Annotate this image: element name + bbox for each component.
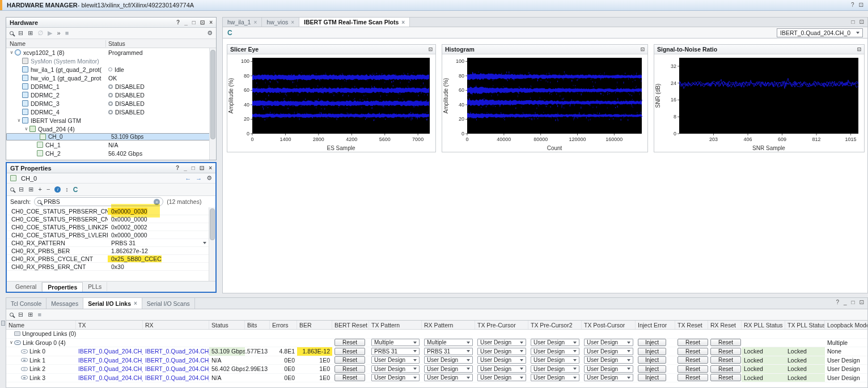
- tree-row-hw-ila-1-gt-quad-2-prot[interactable]: hw_ila_1 (gt_quad_2_prot(Idle: [6, 65, 216, 74]
- scrollbar-thumb[interactable]: [210, 208, 215, 240]
- refresh-icon[interactable]: C: [227, 29, 232, 37]
- channel-select[interactable]: IBERT_0.Quad_204.CH_0: [777, 28, 863, 37]
- column-header-rx-pll-status[interactable]: RX PLL Status: [742, 321, 785, 329]
- expand-icon[interactable]: ⊞: [28, 312, 33, 318]
- column-header-loopback-mode[interactable]: Loopback Mode: [825, 321, 868, 329]
- tx-pre-select[interactable]: User Design: [477, 365, 526, 373]
- max-icon[interactable]: □: [192, 20, 196, 25]
- tree-row-xcvp1202-1-8[interactable]: ∨xcvp1202_1 (8)Programmed: [6, 48, 216, 57]
- column-header-tx-pattern[interactable]: TX Pattern: [369, 321, 422, 329]
- inject-error-button[interactable]: Inject: [638, 348, 666, 355]
- column-header-bits[interactable]: Bits: [245, 321, 270, 329]
- expand-icon[interactable]: ⊞: [28, 186, 33, 193]
- tx-pre-select[interactable]: User Design: [477, 374, 526, 381]
- tx-pattern-select[interactable]: PRBS 31: [371, 348, 420, 355]
- tx-pre2-select[interactable]: User Design: [531, 365, 579, 373]
- links-row-link-group-0-4[interactable]: ∨Link Group 0 (4)ResetMultipleMultipleUs…: [6, 339, 867, 348]
- expander-icon[interactable]: ∨: [9, 340, 14, 345]
- column-header-inject-error[interactable]: Inject Error: [636, 321, 675, 329]
- tree-row-ddrmc-1[interactable]: DDRMC_1DISABLED: [6, 82, 216, 91]
- property-row-ch0-rx-pattern[interactable]: CH0_RX_PATTERNPRBS 31: [7, 239, 215, 247]
- scrollbar-thumb[interactable]: [210, 50, 215, 139]
- fast-forward-icon[interactable]: »: [57, 30, 61, 36]
- channel-endpoint[interactable]: IBERT_0.Quad_204.CH_0.TX: [78, 348, 143, 355]
- tx-pattern-select[interactable]: Multiple: [371, 339, 420, 346]
- tree-row-hw-vio-1-gt-quad-2-prot[interactable]: hw_vio_1 (gt_quad_2_protOK: [6, 74, 216, 82]
- property-row-ch0-rx-prbs-ber[interactable]: CH0_RX_PRBS_BER1.862627e-12: [7, 247, 215, 255]
- stop-icon[interactable]: ■: [37, 312, 41, 318]
- tx-reset-button[interactable]: Reset: [678, 339, 708, 346]
- links-row-link-2[interactable]: Link 2IBERT_0.Quad_204.CH_2.TXIBERT_0.Qu…: [6, 365, 867, 374]
- float-icon[interactable]: ⊡: [428, 46, 433, 52]
- min-icon[interactable]: _: [184, 165, 187, 171]
- bert-reset-button[interactable]: Reset: [335, 348, 365, 355]
- tx-pre2-select[interactable]: User Design: [531, 348, 579, 355]
- tree-row-ch-1[interactable]: CH_1N/A: [6, 140, 216, 149]
- float-icon[interactable]: ⊡: [859, 300, 864, 305]
- channel-endpoint[interactable]: IBERT_0.Quad_204.CH_2.RX: [145, 365, 209, 372]
- column-header-name[interactable]: Name: [6, 321, 76, 329]
- panel-strip-icon[interactable]: [1, 321, 5, 326]
- info-icon[interactable]: i: [54, 186, 61, 193]
- float-icon[interactable]: ⊡: [859, 19, 864, 25]
- tx-post-select[interactable]: User Design: [584, 348, 633, 355]
- tx-reset-button[interactable]: Reset: [678, 365, 708, 373]
- property-row-ch0-rx-prbs-err-cnt[interactable]: CH0_RX_PRBS_ERR_CNT0x30: [7, 263, 215, 271]
- main-tab-hw-vios[interactable]: hw_vios×: [262, 18, 299, 27]
- bert-reset-button[interactable]: Reset: [335, 365, 365, 373]
- tx-post-select[interactable]: User Design: [584, 365, 633, 373]
- tx-reset-button[interactable]: Reset: [678, 348, 708, 355]
- max-icon[interactable]: □: [192, 165, 195, 171]
- column-header-tx-pre-cursor2[interactable]: TX Pre-Cursor2: [528, 321, 582, 329]
- inject-error-button[interactable]: Inject: [638, 339, 666, 346]
- rx-pattern-select[interactable]: Multiple: [424, 339, 473, 346]
- close-icon[interactable]: ×: [253, 19, 257, 25]
- collapse-icon[interactable]: ⊟: [18, 30, 23, 36]
- tx-pre2-select[interactable]: User Design: [531, 374, 579, 381]
- help-icon[interactable]: ?: [176, 20, 180, 25]
- column-header-tx-pre-cursor[interactable]: TX Pre-Cursor: [475, 321, 528, 329]
- search-icon[interactable]: [10, 187, 14, 191]
- column-header-errors[interactable]: Errors: [270, 321, 297, 329]
- min-icon[interactable]: _: [844, 300, 847, 305]
- column-header-status[interactable]: Status: [209, 321, 245, 329]
- float-icon[interactable]: ⊡: [200, 20, 205, 25]
- tree-row-ddrmc-3[interactable]: DDRMC_3DISABLED: [6, 99, 216, 108]
- column-header-tx-post-cursor[interactable]: TX Post-Cursor: [582, 321, 636, 329]
- rx-pattern-select[interactable]: User Design: [424, 365, 473, 373]
- inject-error-button[interactable]: Inject: [638, 356, 666, 364]
- rx-reset-button[interactable]: Reset: [710, 365, 741, 373]
- tree-row-ch-0[interactable]: CH_053.109 Gbps: [6, 133, 216, 140]
- bottom-tab-serial-i-o-links[interactable]: Serial I/O Links×: [83, 298, 142, 309]
- close-icon[interactable]: ×: [401, 19, 405, 25]
- settings-icon[interactable]: ⚙: [206, 175, 212, 181]
- forward-icon[interactable]: →: [196, 175, 202, 181]
- search-icon[interactable]: [10, 31, 14, 35]
- channel-endpoint[interactable]: IBERT_0.Quad_204.CH_1.RX: [145, 357, 209, 364]
- sort-icon[interactable]: ↕: [65, 186, 69, 193]
- rx-reset-button[interactable]: Reset: [710, 348, 741, 355]
- close-icon[interactable]: ×: [209, 165, 212, 171]
- channel-endpoint[interactable]: IBERT_0.Quad_204.CH_0.RX: [145, 348, 209, 355]
- inject-error-button[interactable]: Inject: [638, 374, 666, 381]
- gt-scrollbar[interactable]: [209, 207, 215, 281]
- max-icon[interactable]: □: [852, 19, 855, 25]
- bottom-tab-serial-i-o-scans[interactable]: Serial I/O Scans: [142, 298, 195, 309]
- channel-endpoint[interactable]: IBERT_0.Quad_204.CH_1.TX: [78, 357, 143, 364]
- tx-post-select[interactable]: User Design: [584, 356, 633, 364]
- column-header-rx[interactable]: RX: [143, 321, 209, 329]
- rx-reset-button[interactable]: Reset: [710, 356, 741, 364]
- float-icon[interactable]: ⊡: [857, 46, 861, 52]
- bottom-tab-messages[interactable]: Messages: [46, 298, 83, 309]
- search-icon[interactable]: [10, 313, 14, 317]
- rx-reset-button[interactable]: Reset: [710, 339, 741, 346]
- links-row-link-1[interactable]: Link 1IBERT_0.Quad_204.CH_1.TXIBERT_0.Qu…: [6, 356, 867, 365]
- rx-pattern-select[interactable]: User Design: [424, 374, 473, 381]
- tree-row-ddrmc-2[interactable]: DDRMC_2DISABLED: [6, 91, 216, 99]
- channel-endpoint[interactable]: IBERT_0.Quad_204.CH_3.TX: [78, 374, 143, 381]
- expander-icon[interactable]: ∨: [9, 50, 15, 55]
- tree-row-ddrmc-4[interactable]: DDRMC_4DISABLED: [6, 108, 216, 116]
- collapse-icon[interactable]: ⊟: [18, 312, 23, 318]
- bottom-tab-tcl-console[interactable]: Tcl Console: [6, 298, 46, 309]
- tree-row-quad-204-4[interactable]: ∨Quad_204 (4): [6, 125, 216, 133]
